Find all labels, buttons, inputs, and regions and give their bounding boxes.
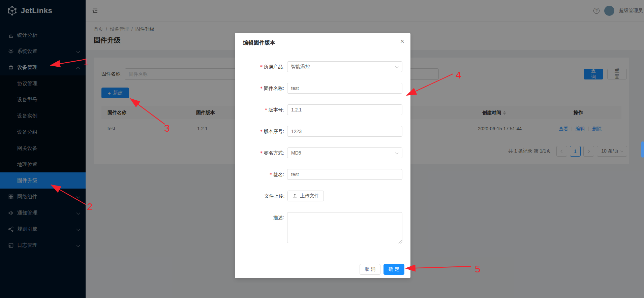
form-row-firmware-name: *固件名称: [243,83,402,94]
form-row-description: 描述: [243,212,402,244]
field-label: *签名: [243,169,287,180]
signature-field [287,169,402,180]
modal-header: 编辑固件版本 × [235,33,410,53]
ok-button[interactable]: 确 定 [384,264,404,275]
field-label: *所属产品: [243,61,287,72]
field-label: 描述: [243,212,287,244]
required-asterisk: * [265,107,267,112]
form-row-version-order: *版本序号: [243,126,402,137]
upload-field: 上传文件 [287,191,402,201]
modal-footer: 取 消 确 定 [235,260,410,278]
version-order-field [287,126,402,137]
form-row-version: *版本号: [243,104,402,115]
upload-button-label: 上传文件 [300,193,319,199]
version-input[interactable] [287,104,402,115]
version-field [287,104,402,115]
field-label-text: 签名方式: [264,150,284,156]
field-label: 文件上传: [243,191,287,201]
field-label-text: 所属产品: [264,64,284,69]
modal-title: 编辑固件版本 [243,40,275,45]
required-asterisk: * [260,129,263,134]
firmware-name-input[interactable] [287,83,402,94]
required-asterisk: * [260,86,263,91]
field-label: *版本序号: [243,126,287,137]
required-asterisk: * [260,150,263,156]
form-row-upload: 文件上传: 上传文件 [243,191,402,201]
field-label: *签名方式: [243,147,287,158]
upload-icon [293,194,297,198]
upload-button[interactable]: 上传文件 [287,191,324,201]
screen: JetLinks 统计分析 系统设置 设备管理 协议管理 [0,0,644,298]
field-label-text: 版本号: [269,107,284,112]
field-label-text: 版本序号: [264,129,284,134]
scrollbar-thumb[interactable] [641,141,644,158]
field-label: *固件名称: [243,83,287,94]
sign-method-value[interactable] [287,147,402,158]
version-order-input[interactable] [287,126,402,137]
field-label: *版本号: [243,104,287,115]
required-asterisk: * [260,64,263,69]
modal-body: *所属产品: *固件名称: *版本号: *版本序号: *签名方式: *签名: [235,53,410,244]
required-asterisk: * [270,172,272,177]
product-select[interactable] [287,61,402,72]
product-select-value[interactable] [287,61,402,72]
form-row-product: *所属产品: [243,61,402,72]
signature-input[interactable] [287,169,402,180]
close-icon[interactable]: × [400,38,404,45]
field-label-text: 签名: [273,172,284,177]
edit-firmware-modal: 编辑固件版本 × *所属产品: *固件名称: *版本号: *版本序号: *签名方 [235,33,410,278]
description-textarea[interactable] [287,212,402,243]
field-label-text: 固件名称: [264,86,284,91]
sign-method-select[interactable] [287,147,402,158]
cancel-button[interactable]: 取 消 [360,264,380,275]
firmware-name-field [287,83,402,94]
form-row-sign-method: *签名方式: [243,147,402,158]
form-row-signature: *签名: [243,169,402,180]
description-field [287,212,402,244]
